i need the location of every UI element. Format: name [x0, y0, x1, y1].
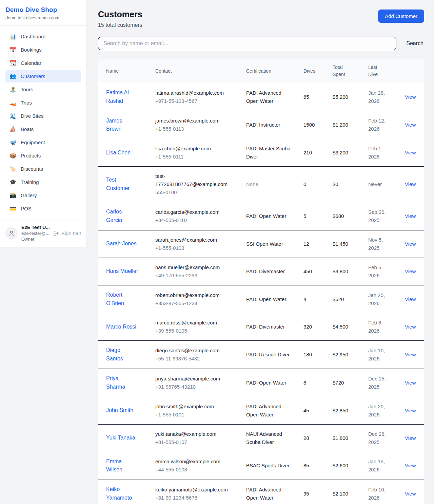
- name-cell: Hans Mueller: [98, 258, 147, 285]
- camera-flash-icon: 📸: [9, 193, 16, 198]
- wave-icon: 🌊: [9, 113, 16, 119]
- sidebar-item-pos[interactable]: 💳POS: [5, 202, 81, 215]
- view-customer-link[interactable]: View: [405, 324, 416, 330]
- customer-name-link[interactable]: Emma Wilson: [106, 459, 122, 473]
- name-cell: Emma Wilson: [98, 452, 147, 480]
- sidebar-item-label: Bookings: [21, 47, 42, 53]
- customer-name-link[interactable]: James Brown: [106, 118, 122, 132]
- certification-cell: PADI Instructor: [238, 111, 295, 139]
- customer-name-link[interactable]: Hans Mueller: [106, 268, 138, 274]
- customer-name-link[interactable]: John Smith: [106, 407, 133, 413]
- sidebar-user-section: E2E Test U... e2e-tester@... Owner Sign …: [0, 220, 86, 247]
- sidebar-item-equipment[interactable]: 🤿Equipment: [5, 136, 81, 149]
- view-customer-link[interactable]: View: [405, 491, 416, 497]
- table-row: Robert O'Brienrobert.obrien@example.com+…: [98, 285, 424, 313]
- customer-phone: +1-555-0101: [155, 411, 234, 419]
- total-spent-cell: $680: [324, 202, 360, 230]
- view-customer-link[interactable]: View: [405, 380, 416, 386]
- customer-phone: +353-87-555-1234: [155, 299, 234, 307]
- customer-name-link[interactable]: Lisa Chen: [106, 150, 131, 155]
- name-cell: John Smith: [98, 397, 147, 424]
- sidebar-item-label: Calendar: [21, 60, 41, 66]
- person-icon: [8, 230, 15, 236]
- contact-cell: carlos.garcia@example.com+34-555-0110: [147, 202, 238, 230]
- customer-name-link[interactable]: Diego Santos: [106, 347, 123, 361]
- customer-name-link[interactable]: Yuki Tanaka: [106, 435, 135, 441]
- last-dive-cell: Feb 10, 2026: [360, 480, 397, 504]
- contact-cell: keiko.yamamoto@example.com+81-90-1234-56…: [147, 480, 238, 504]
- sidebar-item-gallery[interactable]: 📸Gallery: [5, 189, 81, 202]
- sidebar-item-label: Tours: [21, 87, 33, 92]
- view-customer-link[interactable]: View: [405, 408, 416, 413]
- customer-phone: +44-555-0108: [155, 466, 234, 474]
- customer-name-link[interactable]: Marco Rossi: [106, 324, 136, 330]
- view-customer-link[interactable]: View: [405, 181, 416, 187]
- sidebar-item-label: Customers: [21, 73, 45, 79]
- add-customer-button[interactable]: Add Customer: [378, 10, 424, 23]
- last-dive-cell: Nov 5, 2025: [360, 230, 397, 258]
- total-spent-cell: $2,850: [324, 397, 360, 424]
- customer-email: james.brown@example.com: [155, 117, 234, 125]
- view-customer-link[interactable]: View: [405, 213, 416, 219]
- search-button[interactable]: Search: [406, 39, 424, 48]
- actions-cell: View: [397, 341, 424, 369]
- view-customer-link[interactable]: View: [405, 122, 416, 128]
- sidebar-item-calendar[interactable]: 📆Calendar: [5, 57, 81, 69]
- customer-name-link[interactable]: Sarah Jones: [106, 241, 137, 246]
- customer-name-link[interactable]: Keiko Yamamoto: [106, 486, 132, 501]
- diving-mask-icon: 🤿: [9, 140, 16, 145]
- column-header-last-dive: Last Dive: [360, 59, 397, 83]
- last-dive-cell: Jan 15, 2026: [360, 452, 397, 480]
- actions-cell: View: [397, 313, 424, 341]
- certification-cell: PADI Advanced Open Water: [238, 83, 295, 111]
- sidebar-item-dive-sites[interactable]: 🌊Dive Sites: [5, 110, 81, 122]
- name-cell: Lisa Chen: [98, 139, 147, 167]
- package-icon: 📦: [9, 153, 16, 158]
- sidebar-item-label: Gallery: [21, 192, 37, 198]
- sidebar-item-products[interactable]: 📦Products: [5, 149, 81, 162]
- customer-name-link[interactable]: Carlos Garcia: [106, 209, 122, 223]
- sidebar-item-tours[interactable]: 🏝️Tours: [5, 83, 81, 96]
- contact-cell: john.smith@example.com+1-555-0101: [147, 397, 238, 424]
- view-customer-link[interactable]: View: [405, 268, 416, 274]
- actions-cell: View: [397, 139, 424, 167]
- customer-email: john.smith@example.com: [155, 403, 234, 411]
- customer-name-link[interactable]: Priya Sharma: [106, 375, 125, 390]
- certification-cell: NAUI Advanced Scuba Diver: [238, 424, 295, 452]
- customer-email: yuki.tanaka@example.com: [155, 430, 234, 438]
- view-customer-link[interactable]: View: [405, 150, 416, 155]
- view-customer-link[interactable]: View: [405, 435, 416, 441]
- view-customer-link[interactable]: View: [405, 463, 416, 468]
- sidebar-item-bookings[interactable]: 📅Bookings: [5, 43, 81, 56]
- sidebar-item-training[interactable]: 🎓Training: [5, 176, 81, 188]
- sidebar-item-dashboard[interactable]: 📊Dashboard: [5, 30, 81, 43]
- certification-value: NAUI Advanced Scuba Diver: [246, 431, 282, 445]
- customer-name-link[interactable]: Test Customer: [106, 177, 130, 191]
- dives-cell: 5: [295, 202, 324, 230]
- sidebar-item-label: Training: [21, 179, 39, 185]
- total-spent-cell: $520: [324, 285, 360, 313]
- view-customer-link[interactable]: View: [405, 94, 416, 100]
- customer-name-link[interactable]: Robert O'Brien: [106, 292, 124, 306]
- sidebar-nav: 📊Dashboard📅Bookings📆Calendar👥Customers🏝️…: [0, 26, 86, 220]
- view-customer-link[interactable]: View: [405, 241, 416, 247]
- view-customer-link[interactable]: View: [405, 352, 416, 357]
- sign-out-button[interactable]: Sign Out: [53, 230, 81, 236]
- actions-cell: View: [397, 83, 424, 111]
- sidebar-item-boats[interactable]: ⛵Boats: [5, 123, 81, 135]
- actions-cell: View: [397, 452, 424, 480]
- customer-phone: +81-90-1234-5678: [155, 494, 234, 502]
- dives-cell: 45: [295, 397, 324, 424]
- table-row: John Smithjohn.smith@example.com+1-555-0…: [98, 397, 424, 424]
- customer-email: lisa.chen@example.com: [155, 145, 234, 153]
- view-customer-link[interactable]: View: [405, 296, 416, 302]
- customer-email: priya.sharma@example.com: [155, 375, 234, 383]
- search-input[interactable]: [98, 37, 396, 50]
- sidebar-item-discounts[interactable]: 🏷️Discounts: [5, 163, 81, 175]
- customer-email: test-1772681807767@example.com: [155, 172, 234, 188]
- bar-chart-icon: 📊: [9, 34, 16, 39]
- sidebar-item-trips[interactable]: 🚤Trips: [5, 96, 81, 109]
- sidebar-item-customers[interactable]: 👥Customers: [5, 70, 81, 82]
- total-spent-cell: $3,800: [324, 258, 360, 285]
- customer-name-link[interactable]: Fatima Al-Rashid: [106, 90, 131, 104]
